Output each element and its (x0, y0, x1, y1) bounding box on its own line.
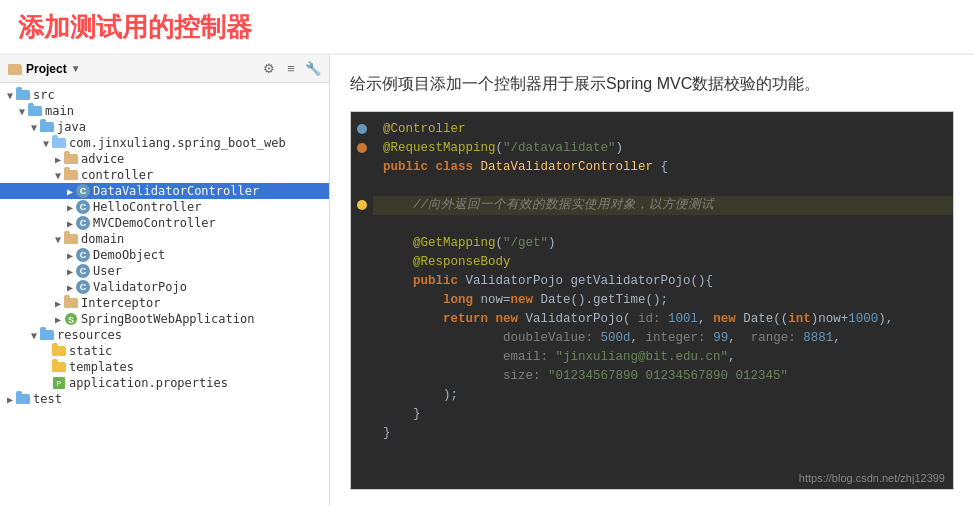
folder-icon-templates (52, 362, 66, 372)
tree-item-User[interactable]: ▶ C User (0, 263, 329, 279)
class-icon-vp: C (76, 280, 90, 294)
gutter-dot-2 (357, 143, 367, 153)
tree-label-static: static (69, 344, 112, 358)
gutter-row-2 (351, 139, 373, 158)
tree-item-DataValidatorController[interactable]: ▶ C DataValidatorController (0, 183, 329, 199)
arrow-java: ▼ (28, 122, 40, 133)
arrow-hello: ▶ (64, 202, 76, 213)
tree-item-SpringBootWebApplication[interactable]: ▶ S SpringBootWebApplication (0, 311, 329, 327)
tree-item-templates[interactable]: templates (0, 359, 329, 375)
svg-text:S: S (68, 315, 74, 325)
layout-icon[interactable]: ≡ (283, 61, 299, 77)
class-icon-demo: C (76, 248, 90, 262)
folder-icon-domain (64, 234, 78, 244)
settings-icon[interactable]: ⚙ (261, 61, 277, 77)
tree-label-test: test (33, 392, 62, 406)
code-content: @Controller @RequestMapping("/datavalida… (373, 112, 953, 489)
tree-label-java: java (57, 120, 86, 134)
tree-item-advice[interactable]: ▶ advice (0, 151, 329, 167)
arrow-src: ▼ (4, 90, 16, 101)
class-icon-user: C (76, 264, 90, 278)
gear-icon[interactable]: 🔧 (305, 61, 321, 77)
description-text: 给示例项目添加一个控制器用于展示Spring MVC数据校验的功能。 (350, 71, 954, 97)
tree-label-dvc: DataValidatorController (93, 184, 259, 198)
arrow-main: ▼ (16, 106, 28, 117)
tree-item-main[interactable]: ▼ main (0, 103, 329, 119)
page-container: 添加测试用的控制器 Project ▼ ⚙ ≡ 🔧 (0, 0, 974, 506)
watermark: https://blog.csdn.net/zhj12399 (799, 472, 945, 484)
dropdown-icon[interactable]: ▼ (71, 63, 81, 74)
folder-icon-main (28, 106, 42, 116)
code-block: @Controller @RequestMapping("/datavalida… (350, 111, 954, 490)
gutter-row-5 (351, 196, 373, 215)
tree-label-main: main (45, 104, 74, 118)
tree-item-controller[interactable]: ▼ controller (0, 167, 329, 183)
project-label: Project ▼ (8, 62, 81, 76)
tree-item-src[interactable]: ▼ src (0, 87, 329, 103)
main-content: Project ▼ ⚙ ≡ 🔧 ▼ src (0, 55, 974, 506)
arrow-spring: ▶ (52, 314, 64, 325)
tree-label-props: application.properties (69, 376, 228, 390)
folder-icon-test (16, 394, 30, 404)
tree-label-advice: advice (81, 152, 124, 166)
gutter-row-3 (351, 158, 373, 177)
tree-label-pkg: com.jinxuliang.spring_boot_web (69, 136, 286, 150)
class-icon-mvc: C (76, 216, 90, 230)
tree-item-application-props[interactable]: P application.properties (0, 375, 329, 391)
arrow-controller: ▼ (52, 170, 64, 181)
gutter-row-10 (351, 291, 373, 310)
arrow-mvc: ▶ (64, 218, 76, 229)
tree-label-src: src (33, 88, 55, 102)
project-toolbar: Project ▼ ⚙ ≡ 🔧 (0, 55, 329, 83)
tree-label-user: User (93, 264, 122, 278)
arrow-user: ▶ (64, 266, 76, 277)
tree-item-HelloController[interactable]: ▶ C HelloController (0, 199, 329, 215)
arrow-test: ▶ (4, 394, 16, 405)
tree-label-domain: domain (81, 232, 124, 246)
folder-icon-src (16, 90, 30, 100)
arrow-domain: ▼ (52, 234, 64, 245)
tree-item-Interceptor[interactable]: ▶ Interceptor (0, 295, 329, 311)
tree-item-resources[interactable]: ▼ resources (0, 327, 329, 343)
tree-item-ValidatorPojo[interactable]: ▶ C ValidatorPojo (0, 279, 329, 295)
tree-item-static[interactable]: static (0, 343, 329, 359)
tree-label-spring: SpringBootWebApplication (81, 312, 254, 326)
arrow-advice: ▶ (52, 154, 64, 165)
project-label-text: Project (26, 62, 67, 76)
folder-icon-static (52, 346, 66, 356)
tree-label-demo: DemoObject (93, 248, 165, 262)
project-panel: Project ▼ ⚙ ≡ 🔧 ▼ src (0, 55, 330, 506)
header: 添加测试用的控制器 (0, 0, 974, 55)
class-icon-hello: C (76, 200, 90, 214)
gutter-bulb-5 (357, 200, 367, 210)
tree-label-mvc: MVCDemoController (93, 216, 216, 230)
folder-icon-interceptor (64, 298, 78, 308)
gutter-row-6 (351, 215, 373, 234)
tree-label-hello: HelloController (93, 200, 201, 214)
gutter-row-8 (351, 253, 373, 272)
folder-icon-java (40, 122, 54, 132)
folder-icon-advice (64, 154, 78, 164)
props-icon: P (52, 376, 66, 390)
folder-icon-resources (40, 330, 54, 340)
svg-text:P: P (57, 380, 62, 387)
folder-icon (8, 64, 22, 75)
class-icon-dvc: C (76, 184, 90, 198)
arrow-pkg: ▼ (40, 138, 52, 149)
tree-label-templates: templates (69, 360, 134, 374)
project-tree: ▼ src ▼ main ▼ java (0, 83, 329, 411)
folder-icon-pkg (52, 138, 66, 148)
tree-item-pkg[interactable]: ▼ com.jinxuliang.spring_boot_web (0, 135, 329, 151)
gutter-row-1 (351, 120, 373, 139)
gutter-icons (351, 120, 373, 310)
gutter-row-9 (351, 272, 373, 291)
tree-label-interceptor: Interceptor (81, 296, 160, 310)
gutter-dot-1 (357, 124, 367, 134)
arrow-demo: ▶ (64, 250, 76, 261)
tree-item-java[interactable]: ▼ java (0, 119, 329, 135)
right-panel: 给示例项目添加一个控制器用于展示Spring MVC数据校验的功能。 (330, 55, 974, 506)
tree-item-domain[interactable]: ▼ domain (0, 231, 329, 247)
tree-item-MVCDemoController[interactable]: ▶ C MVCDemoController (0, 215, 329, 231)
tree-item-test[interactable]: ▶ test (0, 391, 329, 407)
tree-item-DemoObject[interactable]: ▶ C DemoObject (0, 247, 329, 263)
